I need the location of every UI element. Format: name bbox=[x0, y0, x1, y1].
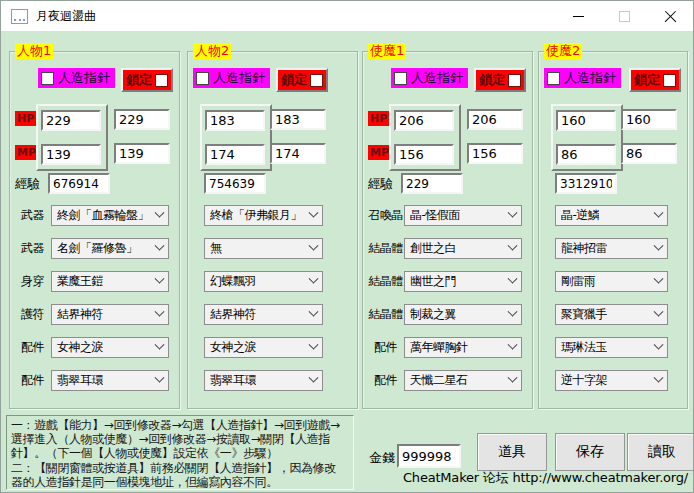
close-button[interactable] bbox=[647, 1, 693, 31]
chevron-down-icon bbox=[508, 340, 518, 350]
items-button[interactable]: 道具 bbox=[477, 433, 547, 471]
chevron-down-icon bbox=[155, 340, 165, 350]
slot-label: 配件 bbox=[14, 372, 51, 389]
stat-frame bbox=[200, 104, 272, 171]
checkbox-icon[interactable] bbox=[394, 72, 407, 85]
mp-max-input[interactable] bbox=[270, 143, 326, 164]
mp-max-input[interactable] bbox=[467, 143, 523, 164]
checkbox-icon[interactable] bbox=[663, 74, 676, 87]
stat-frame bbox=[36, 104, 108, 171]
cheatmaker-credit: CheatMaker 论坛 http://www.cheatmaker.org/ bbox=[403, 469, 688, 487]
equipment-dropdown[interactable]: 晶-逆鱗 bbox=[555, 205, 668, 226]
mp-current-input[interactable] bbox=[556, 144, 616, 165]
equipment-dropdown[interactable]: 翡翠耳環 bbox=[204, 370, 323, 391]
equipment-dropdown[interactable]: 翡翠耳環 bbox=[51, 370, 169, 391]
exp-input[interactable] bbox=[204, 173, 266, 194]
mp-label: MP bbox=[15, 145, 38, 160]
lock-label: 鎖定 bbox=[281, 71, 307, 89]
equipment-dropdown[interactable]: 幻蝶飄羽 bbox=[204, 271, 323, 292]
mp-max-input[interactable] bbox=[114, 143, 170, 164]
checkbox-icon[interactable] bbox=[196, 72, 209, 85]
minimize-button[interactable] bbox=[555, 1, 601, 31]
equipment-dropdown[interactable]: 無 bbox=[204, 238, 323, 259]
slot-label: 護符 bbox=[14, 306, 51, 323]
money-input[interactable] bbox=[397, 444, 461, 468]
load-button[interactable]: 讀取 bbox=[627, 433, 694, 471]
chevron-down-icon bbox=[508, 373, 518, 383]
equipment-dropdown[interactable]: 女神之淚 bbox=[204, 337, 323, 358]
equipment-dropdown[interactable]: 聚寶獵手 bbox=[555, 304, 668, 325]
chevron-down-icon bbox=[309, 307, 319, 317]
equipment-dropdown[interactable]: 結界神符 bbox=[204, 304, 323, 325]
mp-current-input[interactable] bbox=[394, 144, 454, 165]
checkbox-icon[interactable] bbox=[155, 74, 168, 87]
checkbox-icon[interactable] bbox=[508, 74, 521, 87]
maximize-button[interactable] bbox=[601, 1, 647, 31]
equipment-dropdown[interactable]: 名劍「羅修魯」 bbox=[51, 238, 169, 259]
equipment-dropdown[interactable]: 晶-怪假面 bbox=[404, 205, 522, 226]
equipment-dropdown[interactable]: 剛雷雨 bbox=[555, 271, 668, 292]
dropdown-value: 女神之淚 bbox=[57, 339, 103, 356]
equipment-dropdown[interactable]: 天懺二星石 bbox=[404, 370, 522, 391]
exp-input[interactable] bbox=[401, 173, 463, 194]
artificial-pointer-checkbox[interactable]: 人造指針 bbox=[391, 68, 468, 88]
equipment-dropdown[interactable]: 幽世之門 bbox=[404, 271, 522, 292]
equipment-dropdown[interactable]: 女神之淚 bbox=[51, 337, 169, 358]
artificial-pointer-label: 人造指針 bbox=[213, 69, 265, 87]
equipment-dropdown[interactable]: 逆十字架 bbox=[555, 370, 668, 391]
exp-input[interactable] bbox=[555, 173, 617, 194]
close-icon bbox=[664, 10, 677, 23]
checkbox-icon[interactable] bbox=[310, 74, 323, 87]
slot-label: 結晶體 bbox=[367, 273, 404, 290]
equipment-dropdown[interactable]: 終劍「血霧輪盤」 bbox=[51, 205, 169, 226]
mp-current-input[interactable] bbox=[205, 144, 265, 165]
dropdown-value: 翡翠耳環 bbox=[210, 372, 256, 389]
hp-max-input[interactable] bbox=[467, 109, 523, 130]
equipment-dropdown[interactable]: 結界神符 bbox=[51, 304, 169, 325]
equipment-dropdown[interactable]: 制裁之翼 bbox=[404, 304, 522, 325]
stat-frame bbox=[551, 104, 623, 171]
hp-max-input[interactable] bbox=[270, 109, 326, 130]
equipment-dropdown[interactable]: 瑪琳法玉 bbox=[555, 337, 668, 358]
checkbox-icon[interactable] bbox=[41, 72, 54, 85]
hp-label: HP bbox=[15, 111, 36, 126]
hp-current-input[interactable] bbox=[394, 110, 454, 131]
dropdown-value: 制裁之翼 bbox=[410, 306, 456, 323]
equipment-dropdown[interactable]: 業魔王鎧 bbox=[51, 271, 169, 292]
hp-current-input[interactable] bbox=[556, 110, 616, 131]
lock-checkbox[interactable]: 鎖定 bbox=[629, 68, 681, 92]
hp-current-input[interactable] bbox=[41, 110, 101, 131]
lock-checkbox[interactable]: 鎖定 bbox=[121, 68, 173, 92]
hp-max-input[interactable] bbox=[114, 109, 170, 130]
artificial-pointer-checkbox[interactable]: 人造指針 bbox=[193, 68, 270, 88]
hp-max-input[interactable] bbox=[621, 109, 677, 130]
exp-input[interactable] bbox=[48, 173, 110, 194]
equipment-dropdown[interactable]: 終槍「伊弗銀月」 bbox=[204, 205, 323, 226]
stat-frame bbox=[389, 104, 461, 171]
artificial-pointer-checkbox[interactable]: 人造指針 bbox=[544, 68, 621, 88]
save-button[interactable]: 保存 bbox=[555, 433, 625, 471]
mp-label: MP bbox=[368, 145, 391, 160]
chevron-down-icon bbox=[508, 208, 518, 218]
maximize-icon bbox=[619, 11, 630, 22]
checkbox-icon[interactable] bbox=[547, 72, 560, 85]
lock-checkbox[interactable]: 鎖定 bbox=[276, 68, 328, 92]
mp-current-input[interactable] bbox=[41, 144, 101, 165]
hp-current-input[interactable] bbox=[205, 110, 265, 131]
equipment-dropdown[interactable]: 龍神招雷 bbox=[555, 238, 668, 259]
equipment-dropdown[interactable]: 萬年蟬胸針 bbox=[404, 337, 522, 358]
chevron-down-icon bbox=[654, 241, 664, 251]
equipment-dropdown[interactable]: 創世之白 bbox=[404, 238, 522, 259]
dropdown-value: 逆十字架 bbox=[561, 372, 607, 389]
equipment-row: 晶-逆鱗 bbox=[555, 205, 668, 226]
app-window: 月夜迴盪曲 人物1 人造指針 鎖定 HP MP 經驗 武器 bbox=[0, 0, 694, 493]
mp-max-input[interactable] bbox=[621, 143, 677, 164]
artificial-pointer-checkbox[interactable]: 人造指針 bbox=[38, 68, 115, 88]
dropdown-value: 名劍「羅修魯」 bbox=[57, 240, 138, 257]
chevron-down-icon bbox=[309, 241, 319, 251]
dropdown-value: 結界神符 bbox=[210, 306, 256, 323]
equipment-row: 結界神符 bbox=[204, 304, 323, 325]
chevron-down-icon bbox=[155, 208, 165, 218]
lock-checkbox[interactable]: 鎖定 bbox=[474, 68, 526, 92]
chevron-down-icon bbox=[654, 340, 664, 350]
